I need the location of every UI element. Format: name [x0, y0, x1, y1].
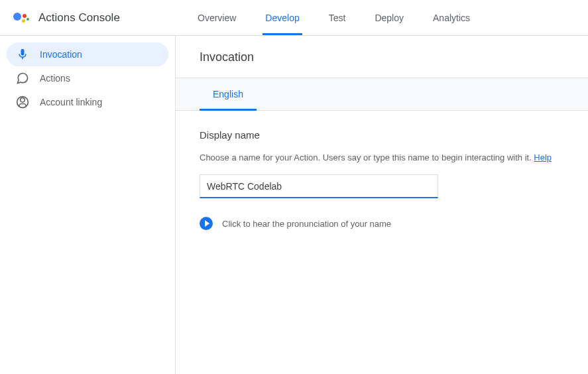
sidebar-item-label: Actions	[40, 73, 70, 84]
main-content: Invocation English Display name Choose a…	[176, 36, 588, 374]
header: Actions Console Overview Develop Test De…	[0, 0, 588, 36]
sidebar-item-invocation[interactable]: Invocation	[7, 42, 168, 66]
chat-icon	[16, 72, 29, 85]
body-area: Invocation Actions Account linking Invoc…	[0, 36, 588, 374]
lang-tab-english[interactable]: English	[200, 78, 257, 110]
help-link[interactable]: Help	[534, 153, 552, 162]
logo-area: Actions Console	[13, 10, 183, 26]
content-area: Display name Choose a name for your Acti…	[176, 111, 588, 249]
sidebar-item-actions[interactable]: Actions	[7, 66, 168, 90]
display-name-title: Display name	[200, 129, 564, 141]
account-icon	[16, 95, 29, 109]
pronunciation-row: Click to hear the pronunciation of your …	[200, 217, 564, 230]
sidebar-item-account-linking[interactable]: Account linking	[7, 90, 168, 114]
tab-analytics[interactable]: Analytics	[418, 0, 485, 35]
top-tabs: Overview Develop Test Deploy Analytics	[183, 0, 485, 35]
mic-icon	[16, 48, 29, 61]
play-icon[interactable]	[200, 217, 213, 230]
pronunciation-label: Click to hear the pronunciation of your …	[222, 219, 391, 229]
tab-test[interactable]: Test	[314, 0, 361, 35]
display-name-input[interactable]	[200, 174, 438, 198]
display-name-description: Choose a name for your Action. Users say…	[200, 153, 564, 162]
svg-point-0	[21, 97, 25, 102]
tab-overview[interactable]: Overview	[183, 0, 251, 35]
app-title: Actions Console	[38, 11, 120, 25]
assistant-logo-icon	[13, 10, 29, 26]
description-text: Choose a name for your Action. Users say…	[200, 153, 534, 162]
tab-develop[interactable]: Develop	[251, 0, 314, 35]
sidebar-item-label: Account linking	[40, 97, 102, 107]
sidebar: Invocation Actions Account linking	[0, 36, 176, 374]
tab-deploy[interactable]: Deploy	[360, 0, 418, 35]
sidebar-item-label: Invocation	[40, 49, 82, 60]
language-tabs: English	[176, 78, 588, 111]
page-title: Invocation	[176, 36, 588, 78]
